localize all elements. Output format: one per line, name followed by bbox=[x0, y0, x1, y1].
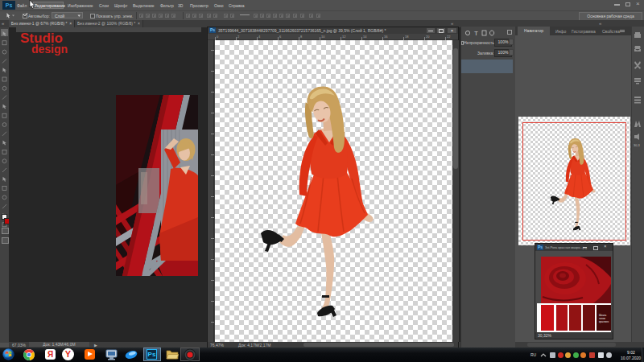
svg-text:T: T bbox=[474, 30, 478, 37]
